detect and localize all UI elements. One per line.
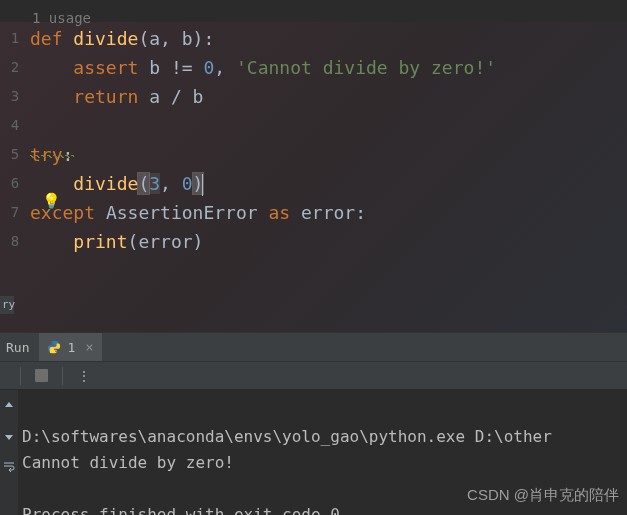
line-number: 7 <box>0 198 30 227</box>
line-number: 8 <box>0 227 30 256</box>
code-content[interactable]: 1 usage def divide(a, b): assert b != 0,… <box>30 22 627 332</box>
more-menu-icon[interactable]: ⋮ <box>77 368 92 384</box>
down-arrow-icon[interactable] <box>3 430 15 442</box>
line-number: 1 <box>0 24 30 53</box>
stop-icon[interactable] <box>35 369 48 382</box>
code-line <box>30 111 627 140</box>
code-line: return a / b <box>30 82 627 111</box>
python-file-icon <box>47 340 61 354</box>
run-tab[interactable]: 1 × <box>39 333 101 361</box>
console-line: Process finished with exit code 0 <box>22 505 340 515</box>
console-line: Cannot divide by zero! <box>22 453 234 472</box>
console-gutter <box>0 390 18 515</box>
line-number-gutter: 1 2 3 4 5 6 7 8 <box>0 22 30 332</box>
soft-wrap-icon[interactable] <box>3 460 15 472</box>
line-number: 3 <box>0 82 30 111</box>
usage-hint[interactable]: 1 usage <box>32 4 91 33</box>
code-line: assert b != 0, 'Cannot divide by zero!' <box>30 53 627 82</box>
warning-squiggle <box>30 155 74 158</box>
code-editor[interactable]: 1 2 3 4 5 6 7 8 💡 1 usage def divide(a, … <box>0 22 627 332</box>
line-number: 6 <box>0 169 30 198</box>
run-tool-label[interactable]: Run <box>0 340 39 355</box>
up-arrow-icon[interactable] <box>3 400 15 412</box>
code-line: print(error) <box>30 227 627 256</box>
separator <box>62 367 63 385</box>
code-line: try: <box>30 140 627 169</box>
separator <box>20 367 21 385</box>
code-line: divide(3, 0) <box>30 169 627 198</box>
console-line: D:\softwares\anaconda\envs\yolo_gao\pyth… <box>22 427 552 446</box>
tab-title: 1 <box>67 340 75 355</box>
run-tab-bar: Run 1 × <box>0 332 627 362</box>
console-toolbar: ⋮ <box>0 362 627 390</box>
line-number: 4 <box>0 111 30 140</box>
line-number: 2 <box>0 53 30 82</box>
watermark: CSDN @肖申克的陪伴 <box>467 486 619 505</box>
code-line: except AssertionError as error: <box>30 198 627 227</box>
text-caret <box>202 174 203 196</box>
close-icon[interactable]: × <box>85 339 93 355</box>
split-label: ry <box>0 296 14 314</box>
line-number: 5 <box>0 140 30 169</box>
code-line: def divide(a, b): <box>30 24 627 53</box>
